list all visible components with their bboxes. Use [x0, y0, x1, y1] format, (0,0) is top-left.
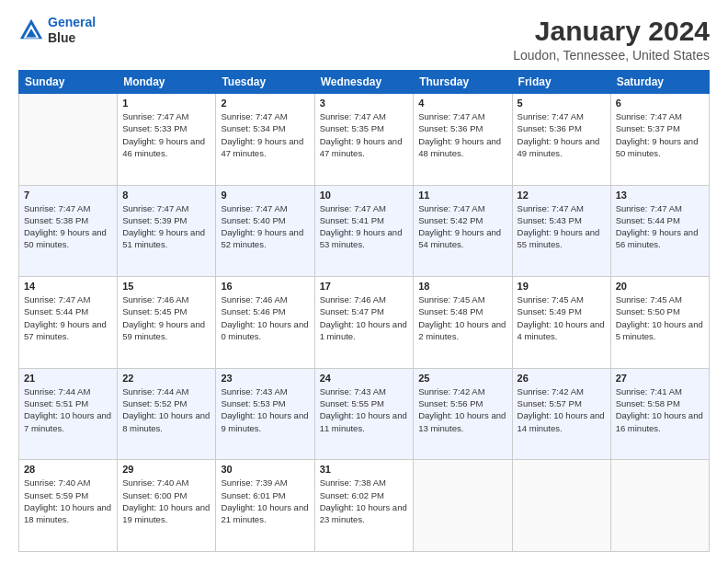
calendar-header-row: SundayMondayTuesdayWednesdayThursdayFrid… [19, 71, 710, 94]
day-info: Sunrise: 7:47 AMSunset: 5:38 PMDaylight:… [24, 202, 112, 251]
day-number: 19 [518, 281, 606, 292]
day-number: 4 [418, 98, 506, 109]
calendar-cell: 19Sunrise: 7:45 AMSunset: 5:49 PMDayligh… [512, 277, 610, 369]
day-info: Sunrise: 7:40 AMSunset: 6:00 PMDaylight:… [122, 477, 210, 525]
calendar-cell: 20Sunrise: 7:45 AMSunset: 5:50 PMDayligh… [610, 277, 709, 369]
day-number: 8 [122, 190, 210, 201]
logo-line1: General [48, 15, 96, 29]
day-info: Sunrise: 7:47 AMSunset: 5:33 PMDaylight:… [122, 110, 210, 159]
day-info: Sunrise: 7:47 AMSunset: 5:44 PMDaylight:… [24, 293, 112, 342]
day-info: Sunrise: 7:47 AMSunset: 5:44 PMDaylight:… [616, 202, 704, 251]
day-header-monday: Monday [118, 71, 216, 94]
day-info: Sunrise: 7:44 AMSunset: 5:51 PMDaylight:… [24, 385, 112, 434]
day-number: 11 [418, 190, 506, 201]
calendar-cell: 6Sunrise: 7:47 AMSunset: 5:37 PMDaylight… [610, 94, 709, 186]
calendar-cell [19, 94, 118, 186]
day-info: Sunrise: 7:38 AMSunset: 6:02 PMDaylight:… [320, 477, 409, 525]
day-number: 21 [24, 373, 112, 384]
day-info: Sunrise: 7:47 AMSunset: 5:41 PMDaylight:… [320, 202, 409, 251]
day-header-tuesday: Tuesday [216, 71, 314, 94]
calendar-cell: 15Sunrise: 7:46 AMSunset: 5:45 PMDayligh… [118, 277, 216, 369]
day-number: 6 [616, 98, 704, 109]
calendar-cell: 25Sunrise: 7:42 AMSunset: 5:56 PMDayligh… [414, 368, 512, 460]
day-info: Sunrise: 7:42 AMSunset: 5:56 PMDaylight:… [418, 385, 506, 434]
calendar-cell: 3Sunrise: 7:47 AMSunset: 5:35 PMDaylight… [314, 94, 414, 186]
day-info: Sunrise: 7:47 AMSunset: 5:35 PMDaylight:… [320, 110, 409, 159]
calendar-cell: 10Sunrise: 7:47 AMSunset: 5:41 PMDayligh… [314, 185, 414, 277]
day-header-thursday: Thursday [414, 71, 512, 94]
day-number: 24 [320, 373, 409, 384]
day-number: 18 [418, 281, 506, 292]
day-number: 30 [221, 464, 309, 475]
calendar-cell: 5Sunrise: 7:47 AMSunset: 5:36 PMDaylight… [512, 94, 610, 186]
calendar-week-row: 14Sunrise: 7:47 AMSunset: 5:44 PMDayligh… [19, 277, 710, 369]
calendar-week-row: 28Sunrise: 7:40 AMSunset: 5:59 PMDayligh… [19, 460, 710, 552]
day-info: Sunrise: 7:46 AMSunset: 5:46 PMDaylight:… [221, 293, 309, 342]
title-block: January 2024 Loudon, Tennessee, United S… [513, 15, 710, 63]
calendar-table: SundayMondayTuesdayWednesdayThursdayFrid… [18, 70, 710, 552]
page: General Blue January 2024 Loudon, Tennes… [0, 0, 728, 563]
day-info: Sunrise: 7:47 AMSunset: 5:39 PMDaylight:… [122, 202, 210, 251]
day-info: Sunrise: 7:46 AMSunset: 5:47 PMDaylight:… [320, 293, 409, 342]
calendar-cell: 14Sunrise: 7:47 AMSunset: 5:44 PMDayligh… [19, 277, 118, 369]
calendar-cell: 12Sunrise: 7:47 AMSunset: 5:43 PMDayligh… [512, 185, 610, 277]
calendar-cell [512, 460, 610, 552]
calendar-week-row: 21Sunrise: 7:44 AMSunset: 5:51 PMDayligh… [19, 368, 710, 460]
day-number: 26 [518, 373, 606, 384]
day-info: Sunrise: 7:43 AMSunset: 5:53 PMDaylight:… [221, 385, 309, 434]
day-info: Sunrise: 7:40 AMSunset: 5:59 PMDaylight:… [24, 477, 112, 525]
day-info: Sunrise: 7:43 AMSunset: 5:55 PMDaylight:… [320, 385, 409, 434]
day-number: 14 [24, 281, 112, 292]
day-number: 23 [221, 373, 309, 384]
day-info: Sunrise: 7:47 AMSunset: 5:34 PMDaylight:… [221, 110, 309, 159]
calendar-cell: 30Sunrise: 7:39 AMSunset: 6:01 PMDayligh… [216, 460, 314, 552]
day-info: Sunrise: 7:46 AMSunset: 5:45 PMDaylight:… [122, 293, 210, 342]
day-info: Sunrise: 7:45 AMSunset: 5:48 PMDaylight:… [418, 293, 506, 342]
day-number: 10 [320, 190, 409, 201]
day-info: Sunrise: 7:47 AMSunset: 5:37 PMDaylight:… [616, 110, 704, 159]
calendar-cell: 29Sunrise: 7:40 AMSunset: 6:00 PMDayligh… [118, 460, 216, 552]
day-info: Sunrise: 7:45 AMSunset: 5:50 PMDaylight:… [616, 293, 704, 342]
calendar-cell: 8Sunrise: 7:47 AMSunset: 5:39 PMDaylight… [118, 185, 216, 277]
subtitle: Loudon, Tennessee, United States [513, 48, 710, 63]
day-number: 12 [518, 190, 606, 201]
day-number: 17 [320, 281, 409, 292]
calendar-cell: 22Sunrise: 7:44 AMSunset: 5:52 PMDayligh… [118, 368, 216, 460]
day-info: Sunrise: 7:42 AMSunset: 5:57 PMDaylight:… [518, 385, 606, 434]
day-number: 27 [616, 373, 704, 384]
day-number: 28 [24, 464, 112, 475]
calendar-cell: 7Sunrise: 7:47 AMSunset: 5:38 PMDaylight… [19, 185, 118, 277]
calendar-cell: 23Sunrise: 7:43 AMSunset: 5:53 PMDayligh… [216, 368, 314, 460]
day-info: Sunrise: 7:47 AMSunset: 5:43 PMDaylight:… [518, 202, 606, 251]
day-number: 31 [320, 464, 409, 475]
day-number: 22 [122, 373, 210, 384]
header: General Blue January 2024 Loudon, Tennes… [18, 15, 710, 63]
day-number: 16 [221, 281, 309, 292]
day-number: 20 [616, 281, 704, 292]
day-number: 15 [122, 281, 210, 292]
day-number: 1 [122, 98, 210, 109]
calendar-cell: 1Sunrise: 7:47 AMSunset: 5:33 PMDaylight… [118, 94, 216, 186]
day-info: Sunrise: 7:44 AMSunset: 5:52 PMDaylight:… [122, 385, 210, 434]
calendar-cell [610, 460, 709, 552]
day-number: 9 [221, 190, 309, 201]
calendar-cell: 9Sunrise: 7:47 AMSunset: 5:40 PMDaylight… [216, 185, 314, 277]
day-info: Sunrise: 7:39 AMSunset: 6:01 PMDaylight:… [221, 477, 309, 525]
calendar-cell: 17Sunrise: 7:46 AMSunset: 5:47 PMDayligh… [314, 277, 414, 369]
calendar-cell: 11Sunrise: 7:47 AMSunset: 5:42 PMDayligh… [414, 185, 512, 277]
day-info: Sunrise: 7:47 AMSunset: 5:40 PMDaylight:… [221, 202, 309, 251]
day-header-saturday: Saturday [610, 71, 709, 94]
day-number: 5 [518, 98, 606, 109]
day-header-friday: Friday [512, 71, 610, 94]
day-info: Sunrise: 7:45 AMSunset: 5:49 PMDaylight:… [518, 293, 606, 342]
day-number: 3 [320, 98, 409, 109]
calendar-cell [414, 460, 512, 552]
day-info: Sunrise: 7:47 AMSunset: 5:36 PMDaylight:… [518, 110, 606, 159]
day-number: 13 [616, 190, 704, 201]
day-info: Sunrise: 7:47 AMSunset: 5:42 PMDaylight:… [418, 202, 506, 251]
day-number: 29 [122, 464, 210, 475]
day-info: Sunrise: 7:41 AMSunset: 5:58 PMDaylight:… [616, 385, 704, 434]
day-number: 7 [24, 190, 112, 201]
calendar-cell: 13Sunrise: 7:47 AMSunset: 5:44 PMDayligh… [610, 185, 709, 277]
day-number: 25 [418, 373, 506, 384]
